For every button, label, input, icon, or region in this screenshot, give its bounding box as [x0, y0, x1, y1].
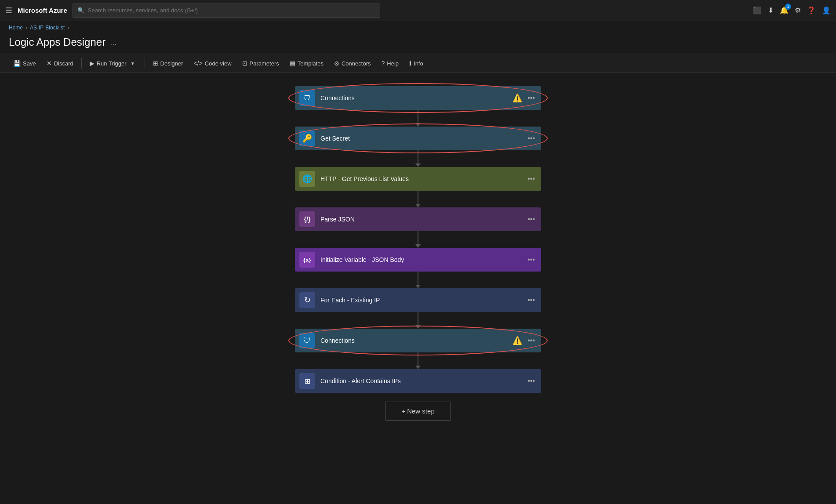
page-title: Logic Apps Designer: [9, 36, 105, 48]
http-actions: •••: [526, 173, 537, 185]
step-wrapper-get-secret: 🔑 Get Secret •••: [295, 127, 541, 150]
run-trigger-button[interactable]: ▶ Run Trigger ▼: [85, 57, 141, 70]
search-input[interactable]: [88, 7, 375, 14]
arrow-5: [415, 272, 421, 288]
parse-json-label: Parse JSON: [320, 216, 526, 223]
step-card-http[interactable]: 🌐 HTTP - Get Previous List Values •••: [295, 167, 541, 191]
get-secret-actions: •••: [526, 133, 537, 144]
run-icon: ▶: [90, 60, 95, 67]
info-button[interactable]: ℹ Info: [405, 58, 428, 69]
foreach-menu[interactable]: •••: [526, 294, 537, 306]
step-card-foreach[interactable]: ↻ For Each - Existing IP •••: [295, 288, 541, 312]
discard-icon: ✕: [47, 60, 52, 67]
step-wrapper-init-var: {x} Initialize Variable - JSON Body •••: [295, 248, 541, 272]
step-wrapper-connections-1: 🛡 Connections ⚠️ •••: [295, 86, 541, 110]
arrow-head-4: [415, 244, 421, 248]
parse-json-actions: •••: [526, 214, 537, 225]
globe-icon: 🌐: [302, 174, 312, 184]
run-trigger-caret[interactable]: ▼: [129, 59, 137, 68]
bell-icon[interactable]: 🔔 1: [780, 6, 789, 15]
download-icon[interactable]: ⬇: [768, 6, 774, 15]
breadcrumb-separator-2: ›: [67, 25, 69, 31]
condition-icon: ⊞: [299, 373, 315, 389]
info-icon: ℹ: [409, 60, 411, 67]
screen-icon[interactable]: ⬛: [753, 6, 762, 15]
code-view-button[interactable]: </> Code view: [189, 58, 236, 69]
arrow-head-5: [415, 285, 421, 288]
arrow-line-6: [418, 312, 418, 325]
connections-1-icon: 🛡: [299, 90, 315, 106]
notification-badge: 1: [785, 4, 791, 10]
init-var-menu[interactable]: •••: [526, 254, 537, 265]
new-step-button[interactable]: + New step: [385, 402, 451, 421]
step-card-init-var[interactable]: {x} Initialize Variable - JSON Body •••: [295, 248, 541, 272]
toolbar-sep-2: [145, 58, 145, 69]
breadcrumb-separator-1: ›: [25, 25, 27, 31]
topbar: ☰ Microsoft Azure 🔍 ⬛ ⬇ 🔔 1 ⚙ ❓ 👤: [0, 0, 836, 21]
arrow-head-2: [415, 163, 421, 167]
topbar-icon-group: ⬛ ⬇ 🔔 1 ⚙ ❓ 👤: [753, 6, 831, 15]
hamburger-menu[interactable]: ☰: [5, 6, 12, 15]
step-card-connections-2[interactable]: 🛡 Connections ⚠️ •••: [295, 329, 541, 352]
http-label: HTTP - Get Previous List Values: [320, 175, 526, 182]
search-bar[interactable]: 🔍: [73, 4, 380, 18]
shield-icon-2: 🛡: [303, 336, 311, 345]
init-var-label: Initialize Variable - JSON Body: [320, 256, 526, 263]
key-icon: 🔑: [302, 134, 312, 143]
toolbar-sep-1: [81, 58, 82, 69]
get-secret-menu[interactable]: •••: [526, 133, 537, 144]
parse-json-icon: {/}: [299, 211, 315, 227]
page-title-row: Logic Apps Designer ...: [0, 34, 836, 54]
arrow-head-3: [415, 204, 421, 207]
arrow-head-6: [415, 325, 421, 329]
discard-button[interactable]: ✕ Discard: [42, 58, 78, 69]
save-icon: 💾: [13, 60, 21, 67]
templates-button[interactable]: ▦ Templates: [285, 58, 328, 69]
arrow-line-7: [418, 352, 418, 366]
page-title-menu[interactable]: ...: [110, 38, 116, 47]
table-icon: ⊞: [305, 377, 310, 385]
warning-icon-2: ⚠️: [513, 336, 522, 345]
step-card-get-secret[interactable]: 🔑 Get Secret •••: [295, 127, 541, 150]
warning-icon-1: ⚠️: [513, 93, 522, 103]
condition-menu[interactable]: •••: [526, 375, 537, 387]
step-card-parse-json[interactable]: {/} Parse JSON •••: [295, 207, 541, 231]
connections-2-menu[interactable]: •••: [526, 335, 537, 346]
connections-2-actions: ⚠️ •••: [513, 335, 537, 346]
foreach-actions: •••: [526, 294, 537, 306]
arrow-line-4: [418, 231, 418, 244]
arrow-4: [415, 231, 421, 248]
arrow-line-5: [418, 272, 418, 285]
connectors-icon: ⊗: [334, 60, 339, 67]
help-button[interactable]: ? Help: [377, 58, 403, 69]
step-card-condition[interactable]: ⊞ Condition - Alert Contains IPs •••: [295, 369, 541, 393]
connections-1-menu[interactable]: •••: [526, 92, 537, 104]
parameters-button[interactable]: ⊡ Parameters: [238, 58, 284, 69]
designer-canvas: 🛡 Connections ⚠️ ••• 🔑 Get Secret: [0, 73, 836, 468]
parse-json-menu[interactable]: •••: [526, 214, 537, 225]
variable-icon: {x}: [303, 257, 311, 263]
breadcrumb-as-ip-blocklist[interactable]: AS-IP-Blocklist: [30, 25, 65, 31]
help-circle-icon[interactable]: ❓: [807, 6, 816, 15]
connections-2-icon: 🛡: [299, 333, 315, 348]
gear-icon[interactable]: ⚙: [795, 6, 801, 15]
user-icon[interactable]: 👤: [822, 6, 831, 15]
breadcrumb-home[interactable]: Home: [9, 25, 23, 31]
step-card-connections-1[interactable]: 🛡 Connections ⚠️ •••: [295, 86, 541, 110]
connections-2-label: Connections: [320, 337, 513, 344]
arrow-line-2: [418, 150, 418, 163]
arrow-7: [415, 352, 421, 369]
http-icon: 🌐: [299, 171, 315, 187]
save-button[interactable]: 💾 Save: [9, 58, 40, 69]
connections-1-actions: ⚠️ •••: [513, 92, 537, 104]
arrow-1: [415, 110, 421, 127]
http-menu[interactable]: •••: [526, 173, 537, 185]
breadcrumb: Home › AS-IP-Blocklist ›: [0, 21, 836, 34]
flow-container: 🛡 Connections ⚠️ ••• 🔑 Get Secret: [286, 86, 550, 421]
connectors-button[interactable]: ⊗ Connectors: [330, 58, 375, 69]
designer-button[interactable]: ⊞ Designer: [149, 58, 188, 69]
condition-actions: •••: [526, 375, 537, 387]
step-wrapper-http: 🌐 HTTP - Get Previous List Values •••: [295, 167, 541, 191]
foreach-label: For Each - Existing IP: [320, 297, 526, 304]
step-wrapper-foreach: ↻ For Each - Existing IP •••: [295, 288, 541, 312]
